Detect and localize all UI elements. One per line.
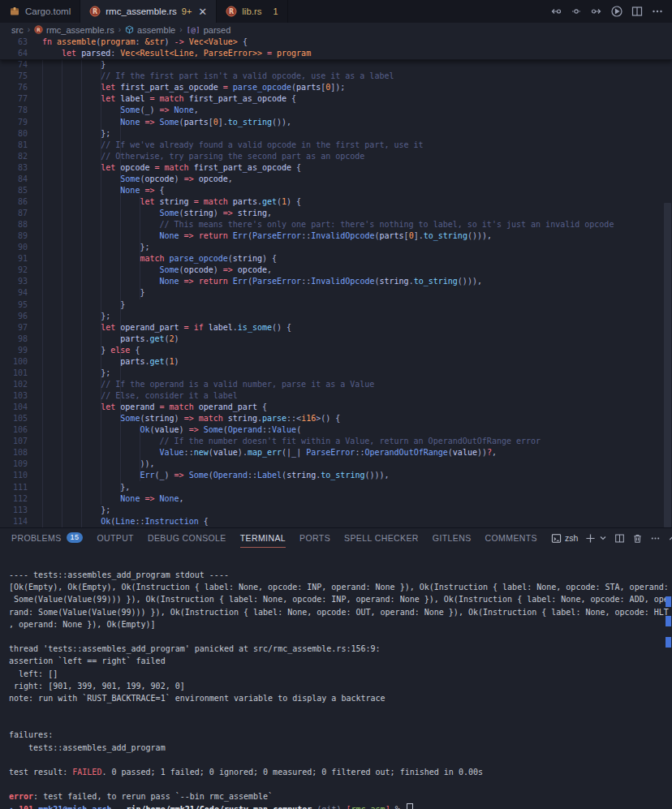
tab-label: rmc_assemble.rs [106,6,177,16]
tab-cargo-toml[interactable]: Cargo.toml [0,0,80,23]
line-number: 100 [0,356,28,368]
indent-guide [140,424,140,481]
breadcrumb-src[interactable]: src [11,25,24,35]
line-number: 85 [0,185,28,196]
line-number: 109 [0,458,28,470]
line-number: 74 [0,59,28,71]
panel-tab-spell-checker[interactable]: SPELL CHECKER [344,528,419,548]
sticky-scroll: 63fn assemble(program: &str) -> Vec<Valu… [0,37,672,60]
terminal-line: test result: FAILED. 0 passed; 1 failed;… [9,766,672,778]
panel-tab-ports[interactable]: PORTS [299,528,330,548]
terminal-line: assertion `left == right` failed [9,655,672,667]
line-number: 114 [0,516,28,527]
chevron-right-icon: › [179,25,182,34]
panel-tab-problems[interactable]: PROBLEMS15 [11,528,83,548]
line-number: 103 [0,390,28,402]
split-editor-icon[interactable] [631,5,644,18]
more-icon[interactable] [650,533,661,544]
svg-text:R: R [93,8,97,15]
terminal-line: ❖ 101 mmk21@mish-arch ..rin/home/mmk21/C… [9,803,672,809]
chevron-up-icon[interactable] [668,534,672,543]
terminal-profile-icon [551,533,562,544]
terminal-cursor [407,803,413,809]
terminal-scroll-mark [666,596,671,607]
line-number: 92 [0,265,28,276]
code-line: 114 Ok(Line::Instruction { [0,516,672,527]
symbol-variable-icon: [@] [187,25,200,34]
indent-guide [120,105,121,493]
tab-label: Cargo.toml [25,6,71,16]
line-number: 94 [0,287,28,299]
line-number: 81 [0,140,28,151]
rust-file-icon: R [34,25,43,34]
panel-tab-comments[interactable]: COMMENTS [485,528,537,548]
vscode-window: Cargo.toml R rmc_assemble.rs 9+ ✕ R lib.… [0,0,672,809]
breadcrumb-symbol-assemble[interactable]: assemble [125,25,175,35]
tab-rmc-assemble[interactable]: R rmc_assemble.rs 9+ ✕ [80,0,217,23]
code-editor[interactable]: 74 }75 // If the first part isn't a vali… [0,37,672,527]
line-number: 112 [0,493,28,505]
editor-actions [549,0,672,23]
editor-scrollbar-thumb[interactable] [664,203,671,527]
bottom-panel: PROBLEMS15OUTPUTDEBUG CONSOLETERMINALPOR… [0,527,672,809]
terminal-line: note: run with `RUST_BACKTRACE=1` enviro… [9,692,672,704]
line-number: 101 [0,368,28,379]
line-number: 104 [0,402,28,413]
tab-lib-rs[interactable]: R lib.rs 1 [217,0,287,23]
split-terminal-icon[interactable] [614,533,625,544]
editor-tab-bar: Cargo.toml R rmc_assemble.rs 9+ ✕ R lib.… [0,0,672,23]
line-number: 83 [0,162,28,174]
tab-problems-badge: 1 [274,6,278,16]
line-number: 106 [0,424,28,436]
line-number: 91 [0,253,28,265]
line-number: 87 [0,208,28,219]
symbol-function-icon [125,25,134,34]
breadcrumb: src › R rmc_assemble.rs › assemble › [@]… [0,23,672,37]
line-number: 97 [0,322,28,333]
line-number: 95 [0,299,28,311]
terminal-line [9,754,672,766]
terminal-scroll-mark [666,637,671,648]
panel-tab-label: PORTS [299,533,330,543]
panel-tab-label: DEBUG CONSOLE [148,533,226,543]
line-number: 93 [0,276,28,287]
breadcrumb-file[interactable]: R rmc_assemble.rs [34,25,114,35]
indent-guide [101,59,101,505]
navigate-forward-icon[interactable] [590,5,603,18]
panel-tabs: PROBLEMS15OUTPUTDEBUG CONSOLETERMINALPOR… [11,528,551,548]
code-line: 113 }; [0,505,672,516]
panel-header: PROBLEMS15OUTPUTDEBUG CONSOLETERMINALPOR… [0,528,672,548]
line-number: 107 [0,436,28,447]
terminal-line [9,716,672,729]
trash-icon[interactable] [632,533,643,544]
close-icon[interactable]: ✕ [198,6,207,17]
new-terminal-icon[interactable] [585,533,596,544]
terminal-line [9,704,672,716]
panel-tab-label: PROBLEMS [11,533,62,543]
line-number: 84 [0,174,28,185]
more-actions-icon[interactable] [651,5,664,18]
terminal-line: [Ok(Empty), Ok(Empty), Ok(Instruction { … [9,581,672,593]
breadcrumb-symbol-parsed[interactable]: [@] parsed [187,25,231,35]
rust-file-icon: R [89,6,101,17]
panel-tab-debug-console[interactable]: DEBUG CONSOLE [148,528,226,548]
chevron-down-icon[interactable] [599,534,607,542]
terminal-line: , operand: None }), Ok(Empty)] [9,618,672,630]
line-number: 64 [0,48,28,59]
panel-tab-label: TERMINAL [240,533,286,543]
line-number: 86 [0,196,28,208]
panel-tab-output[interactable]: OUTPUT [97,528,134,548]
line-number: 78 [0,105,28,116]
line-number: 82 [0,151,28,162]
panel-tab-label: COMMENTS [485,533,537,543]
indent-guide [42,59,43,527]
panel-tab-terminal[interactable]: TERMINAL [240,528,286,548]
terminal-profile[interactable]: zsh [551,533,578,544]
panel-tab-gitlens[interactable]: GITLENS [433,528,472,548]
navigate-back-icon[interactable] [549,5,562,18]
terminal-output[interactable]: ---- tests::assembles_add_program stdout… [0,548,672,809]
line-number: 79 [0,117,28,128]
run-icon[interactable] [610,5,623,18]
navigate-position-icon[interactable] [570,5,583,18]
terminal-line: thread 'tests::assembles_add_program' pa… [9,643,672,655]
